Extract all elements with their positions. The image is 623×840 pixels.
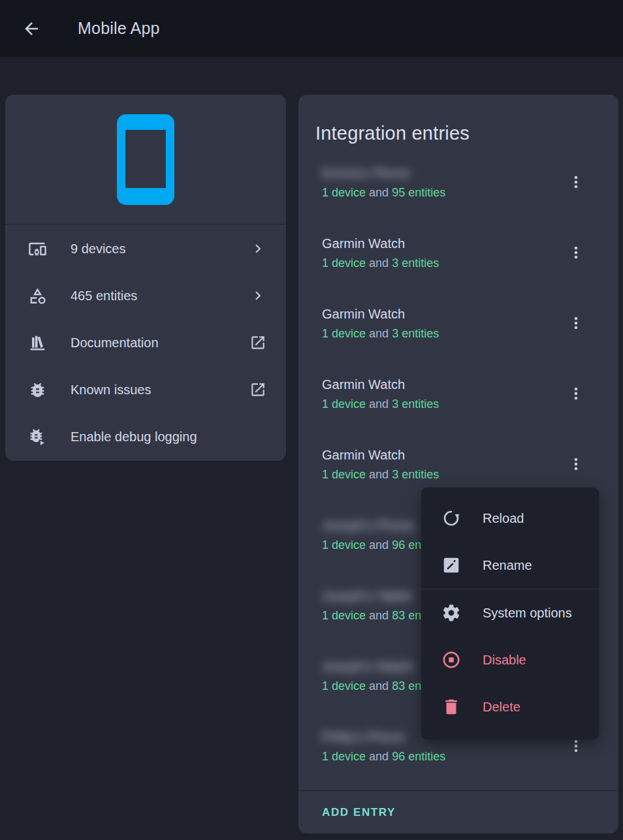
entry-menu-button[interactable] (562, 379, 590, 408)
dots-vertical-icon (567, 173, 585, 191)
menu-item-rename[interactable]: Rename (421, 542, 599, 589)
entry-conjunction: and (369, 609, 389, 622)
menu-item-label: Delete (483, 700, 520, 715)
entry-device-count: 1 device (322, 538, 366, 552)
back-button[interactable] (16, 13, 47, 44)
entry-summary: 1 device and 96 entities (322, 749, 566, 764)
entries-card-title: Integration entries (315, 123, 470, 144)
dots-vertical-icon (567, 243, 585, 262)
info-row-list: 9 devices465 entitiesDocumentationKnown … (5, 225, 286, 460)
menu-item-label: Rename (483, 558, 532, 573)
menu-item-delete[interactable]: Delete (421, 683, 599, 730)
info-row-known-issues[interactable]: Known issues (5, 366, 286, 413)
trash-icon (441, 697, 461, 717)
entry-device-count: 1 device (322, 609, 366, 622)
entries-footer: ADD ENTRY (298, 790, 618, 833)
mobile-app-integration-page: Mobile App 9 devices465 entitiesDocument… (0, 0, 623, 840)
dots-vertical-icon (567, 314, 585, 332)
info-row-label: Enable debug logging (71, 429, 197, 444)
menu-item-label: Disable (483, 653, 526, 668)
entry-conjunction: and (369, 468, 389, 481)
entry-device-count: 1 device (322, 327, 366, 340)
info-row-label: Documentation (71, 335, 159, 350)
entry-name: Garmin Watch (322, 235, 405, 252)
entry-conjunction: and (369, 186, 389, 199)
integration-entry-row: Emma's Phone1 device and 95 entities (298, 157, 618, 227)
info-row-label: 465 entities (71, 288, 137, 303)
dots-vertical-icon (567, 737, 585, 755)
entry-context-menu: ReloadRenameSystem optionsDisableDelete (421, 488, 599, 739)
reload-icon (441, 508, 461, 528)
entry-conjunction: and (369, 327, 389, 340)
stop-circle-icon (441, 650, 461, 670)
info-row-enable-debug-logging[interactable]: Enable debug logging (5, 413, 286, 460)
open-in-new-icon (249, 381, 266, 398)
info-row-documentation[interactable]: Documentation (5, 319, 286, 366)
entry-menu-button[interactable] (562, 238, 590, 267)
entry-entity-count: 3 entities (392, 397, 439, 411)
entry-summary: 1 device and 3 entities (322, 255, 566, 271)
integration-entry-row: Garmin Watch1 device and 3 entities (298, 298, 618, 368)
integration-entry-row: Garmin Watch1 device and 3 entities (298, 227, 618, 298)
entry-conjunction: and (369, 397, 389, 411)
open-in-new-icon (249, 334, 266, 351)
entry-summary: 1 device and 95 entities (322, 185, 566, 200)
info-row-label: 9 devices (71, 241, 126, 257)
entry-entity-count: 3 entities (392, 257, 439, 270)
entry-conjunction: and (369, 538, 389, 552)
rename-icon (441, 555, 461, 575)
entry-name: Joseph's Watch (322, 658, 413, 675)
app-bar: Mobile App (0, 0, 623, 57)
devices-icon (28, 240, 47, 258)
info-row-465-entities[interactable]: 465 entities (5, 272, 286, 319)
bug-icon (28, 381, 47, 399)
entry-entity-count: 3 entities (392, 468, 439, 481)
entry-name: Philip's Phone (322, 728, 404, 745)
entry-summary: 1 device and 3 entities (322, 326, 566, 341)
entry-name: Emma's Phone (322, 164, 410, 181)
arrow-left-icon (22, 19, 41, 39)
menu-item-label: Reload (483, 511, 524, 526)
cellphone-icon (117, 114, 174, 205)
bug-play-icon (28, 428, 47, 446)
entry-entity-count: 3 entities (392, 327, 439, 340)
entry-name: Garmin Watch (322, 305, 405, 322)
entry-device-count: 1 device (322, 397, 366, 411)
entry-menu-button[interactable] (562, 309, 590, 337)
entry-conjunction: and (369, 257, 389, 270)
entry-name: Joseph's Phone (322, 517, 415, 534)
entry-name: Joseph's Tablet (322, 587, 411, 604)
entry-menu-button[interactable] (562, 450, 590, 478)
menu-item-reload[interactable]: Reload (421, 495, 599, 542)
page-title: Mobile App (78, 19, 160, 38)
menu-item-label: System options (483, 606, 572, 621)
dots-vertical-icon (567, 455, 585, 473)
entry-summary: 1 device and 3 entities (322, 396, 566, 412)
info-row-9-devices[interactable]: 9 devices (5, 225, 286, 272)
add-entry-button[interactable]: ADD ENTRY (312, 800, 406, 826)
cog-icon (441, 603, 461, 623)
entry-conjunction: and (369, 750, 389, 763)
entry-menu-button[interactable] (562, 168, 590, 196)
entry-device-count: 1 device (322, 186, 366, 199)
chevron-right-icon (249, 287, 266, 304)
dots-vertical-icon (567, 384, 585, 403)
entry-conjunction: and (369, 679, 389, 692)
entry-device-count: 1 device (322, 257, 366, 270)
entry-device-count: 1 device (322, 679, 366, 692)
integration-icon-header (5, 95, 286, 225)
chevron-right-icon (249, 240, 266, 257)
integration-info-card: 9 devices465 entitiesDocumentationKnown … (5, 95, 286, 461)
menu-item-disable[interactable]: Disable (421, 636, 599, 683)
integration-entry-row: Garmin Watch1 device and 3 entities (298, 368, 618, 439)
entry-summary: 1 device and 3 entities (322, 467, 566, 482)
shape-icon (28, 287, 47, 305)
entry-entity-count: 96 entities (392, 750, 445, 763)
entry-device-count: 1 device (322, 750, 366, 763)
entry-name: Garmin Watch (322, 376, 405, 393)
library-icon (28, 334, 47, 352)
info-row-label: Known issues (71, 382, 151, 397)
entry-name: Garmin Watch (322, 446, 405, 463)
entry-entity-count: 95 entities (392, 186, 445, 199)
menu-item-system-options[interactable]: System options (421, 589, 599, 636)
